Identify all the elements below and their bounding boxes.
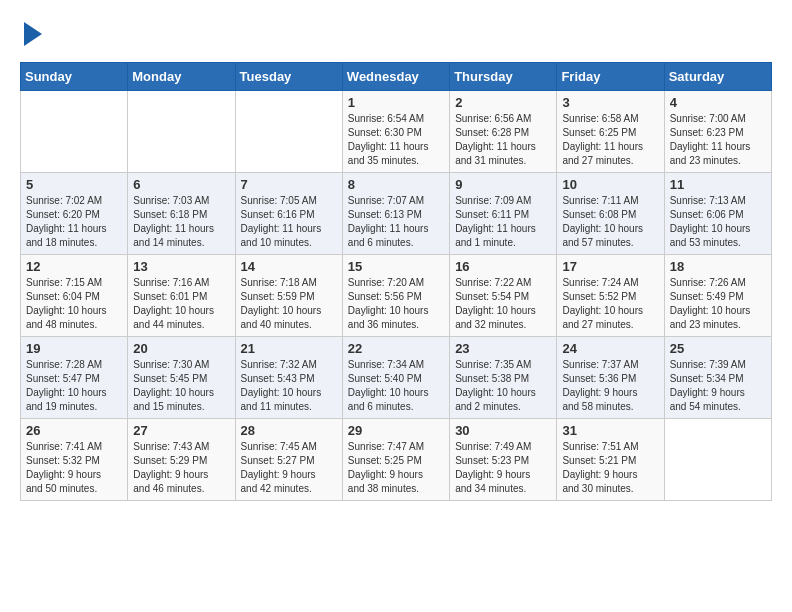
calendar-cell: 17Sunrise: 7:24 AM Sunset: 5:52 PM Dayli…	[557, 255, 664, 337]
day-info: Sunrise: 7:03 AM Sunset: 6:18 PM Dayligh…	[133, 194, 229, 250]
column-header-tuesday: Tuesday	[235, 63, 342, 91]
day-info: Sunrise: 7:32 AM Sunset: 5:43 PM Dayligh…	[241, 358, 337, 414]
calendar-cell: 27Sunrise: 7:43 AM Sunset: 5:29 PM Dayli…	[128, 419, 235, 501]
day-info: Sunrise: 6:58 AM Sunset: 6:25 PM Dayligh…	[562, 112, 658, 168]
calendar-cell: 6Sunrise: 7:03 AM Sunset: 6:18 PM Daylig…	[128, 173, 235, 255]
day-number: 10	[562, 177, 658, 192]
day-number: 13	[133, 259, 229, 274]
day-info: Sunrise: 7:49 AM Sunset: 5:23 PM Dayligh…	[455, 440, 551, 496]
day-info: Sunrise: 7:35 AM Sunset: 5:38 PM Dayligh…	[455, 358, 551, 414]
calendar-cell: 3Sunrise: 6:58 AM Sunset: 6:25 PM Daylig…	[557, 91, 664, 173]
calendar-header-row: SundayMondayTuesdayWednesdayThursdayFrid…	[21, 63, 772, 91]
day-number: 17	[562, 259, 658, 274]
week-row-1: 1Sunrise: 6:54 AM Sunset: 6:30 PM Daylig…	[21, 91, 772, 173]
day-info: Sunrise: 7:20 AM Sunset: 5:56 PM Dayligh…	[348, 276, 444, 332]
calendar-cell: 18Sunrise: 7:26 AM Sunset: 5:49 PM Dayli…	[664, 255, 771, 337]
day-number: 2	[455, 95, 551, 110]
day-info: Sunrise: 7:00 AM Sunset: 6:23 PM Dayligh…	[670, 112, 766, 168]
day-number: 9	[455, 177, 551, 192]
column-header-sunday: Sunday	[21, 63, 128, 91]
calendar-cell: 31Sunrise: 7:51 AM Sunset: 5:21 PM Dayli…	[557, 419, 664, 501]
calendar-cell	[664, 419, 771, 501]
calendar-cell: 5Sunrise: 7:02 AM Sunset: 6:20 PM Daylig…	[21, 173, 128, 255]
week-row-3: 12Sunrise: 7:15 AM Sunset: 6:04 PM Dayli…	[21, 255, 772, 337]
page-header	[20, 20, 772, 46]
calendar-cell: 20Sunrise: 7:30 AM Sunset: 5:45 PM Dayli…	[128, 337, 235, 419]
calendar-cell: 21Sunrise: 7:32 AM Sunset: 5:43 PM Dayli…	[235, 337, 342, 419]
logo	[20, 20, 42, 46]
calendar-cell: 29Sunrise: 7:47 AM Sunset: 5:25 PM Dayli…	[342, 419, 449, 501]
day-info: Sunrise: 7:22 AM Sunset: 5:54 PM Dayligh…	[455, 276, 551, 332]
day-number: 8	[348, 177, 444, 192]
day-info: Sunrise: 7:09 AM Sunset: 6:11 PM Dayligh…	[455, 194, 551, 250]
day-info: Sunrise: 7:15 AM Sunset: 6:04 PM Dayligh…	[26, 276, 122, 332]
day-info: Sunrise: 7:41 AM Sunset: 5:32 PM Dayligh…	[26, 440, 122, 496]
day-info: Sunrise: 7:07 AM Sunset: 6:13 PM Dayligh…	[348, 194, 444, 250]
day-number: 7	[241, 177, 337, 192]
calendar-cell: 13Sunrise: 7:16 AM Sunset: 6:01 PM Dayli…	[128, 255, 235, 337]
calendar-cell: 12Sunrise: 7:15 AM Sunset: 6:04 PM Dayli…	[21, 255, 128, 337]
day-number: 3	[562, 95, 658, 110]
day-info: Sunrise: 7:37 AM Sunset: 5:36 PM Dayligh…	[562, 358, 658, 414]
calendar-cell: 11Sunrise: 7:13 AM Sunset: 6:06 PM Dayli…	[664, 173, 771, 255]
calendar-cell: 19Sunrise: 7:28 AM Sunset: 5:47 PM Dayli…	[21, 337, 128, 419]
day-info: Sunrise: 7:26 AM Sunset: 5:49 PM Dayligh…	[670, 276, 766, 332]
calendar-cell: 23Sunrise: 7:35 AM Sunset: 5:38 PM Dayli…	[450, 337, 557, 419]
day-number: 22	[348, 341, 444, 356]
calendar-cell: 16Sunrise: 7:22 AM Sunset: 5:54 PM Dayli…	[450, 255, 557, 337]
day-number: 14	[241, 259, 337, 274]
calendar-cell: 9Sunrise: 7:09 AM Sunset: 6:11 PM Daylig…	[450, 173, 557, 255]
column-header-friday: Friday	[557, 63, 664, 91]
day-info: Sunrise: 7:13 AM Sunset: 6:06 PM Dayligh…	[670, 194, 766, 250]
day-number: 12	[26, 259, 122, 274]
day-number: 24	[562, 341, 658, 356]
day-info: Sunrise: 7:47 AM Sunset: 5:25 PM Dayligh…	[348, 440, 444, 496]
day-number: 26	[26, 423, 122, 438]
day-number: 25	[670, 341, 766, 356]
day-info: Sunrise: 7:28 AM Sunset: 5:47 PM Dayligh…	[26, 358, 122, 414]
column-header-monday: Monday	[128, 63, 235, 91]
week-row-5: 26Sunrise: 7:41 AM Sunset: 5:32 PM Dayli…	[21, 419, 772, 501]
day-info: Sunrise: 7:34 AM Sunset: 5:40 PM Dayligh…	[348, 358, 444, 414]
calendar-cell: 8Sunrise: 7:07 AM Sunset: 6:13 PM Daylig…	[342, 173, 449, 255]
calendar-cell: 1Sunrise: 6:54 AM Sunset: 6:30 PM Daylig…	[342, 91, 449, 173]
calendar-cell: 25Sunrise: 7:39 AM Sunset: 5:34 PM Dayli…	[664, 337, 771, 419]
day-info: Sunrise: 7:30 AM Sunset: 5:45 PM Dayligh…	[133, 358, 229, 414]
day-number: 27	[133, 423, 229, 438]
day-number: 28	[241, 423, 337, 438]
day-number: 6	[133, 177, 229, 192]
logo-arrow-icon	[24, 22, 42, 46]
day-info: Sunrise: 7:43 AM Sunset: 5:29 PM Dayligh…	[133, 440, 229, 496]
calendar-cell: 26Sunrise: 7:41 AM Sunset: 5:32 PM Dayli…	[21, 419, 128, 501]
calendar-cell: 14Sunrise: 7:18 AM Sunset: 5:59 PM Dayli…	[235, 255, 342, 337]
day-number: 15	[348, 259, 444, 274]
day-info: Sunrise: 7:39 AM Sunset: 5:34 PM Dayligh…	[670, 358, 766, 414]
calendar-cell: 2Sunrise: 6:56 AM Sunset: 6:28 PM Daylig…	[450, 91, 557, 173]
calendar-cell: 22Sunrise: 7:34 AM Sunset: 5:40 PM Dayli…	[342, 337, 449, 419]
day-number: 23	[455, 341, 551, 356]
calendar-table: SundayMondayTuesdayWednesdayThursdayFrid…	[20, 62, 772, 501]
calendar-cell: 10Sunrise: 7:11 AM Sunset: 6:08 PM Dayli…	[557, 173, 664, 255]
calendar-cell: 15Sunrise: 7:20 AM Sunset: 5:56 PM Dayli…	[342, 255, 449, 337]
day-number: 29	[348, 423, 444, 438]
day-info: Sunrise: 7:05 AM Sunset: 6:16 PM Dayligh…	[241, 194, 337, 250]
day-info: Sunrise: 7:51 AM Sunset: 5:21 PM Dayligh…	[562, 440, 658, 496]
day-info: Sunrise: 7:24 AM Sunset: 5:52 PM Dayligh…	[562, 276, 658, 332]
day-number: 4	[670, 95, 766, 110]
day-number: 1	[348, 95, 444, 110]
day-number: 30	[455, 423, 551, 438]
column-header-thursday: Thursday	[450, 63, 557, 91]
calendar-cell: 4Sunrise: 7:00 AM Sunset: 6:23 PM Daylig…	[664, 91, 771, 173]
day-number: 16	[455, 259, 551, 274]
calendar-cell	[21, 91, 128, 173]
week-row-4: 19Sunrise: 7:28 AM Sunset: 5:47 PM Dayli…	[21, 337, 772, 419]
calendar-cell: 7Sunrise: 7:05 AM Sunset: 6:16 PM Daylig…	[235, 173, 342, 255]
day-number: 31	[562, 423, 658, 438]
day-number: 18	[670, 259, 766, 274]
day-number: 11	[670, 177, 766, 192]
day-info: Sunrise: 6:54 AM Sunset: 6:30 PM Dayligh…	[348, 112, 444, 168]
calendar-cell	[128, 91, 235, 173]
calendar-cell: 28Sunrise: 7:45 AM Sunset: 5:27 PM Dayli…	[235, 419, 342, 501]
calendar-cell: 24Sunrise: 7:37 AM Sunset: 5:36 PM Dayli…	[557, 337, 664, 419]
day-number: 19	[26, 341, 122, 356]
